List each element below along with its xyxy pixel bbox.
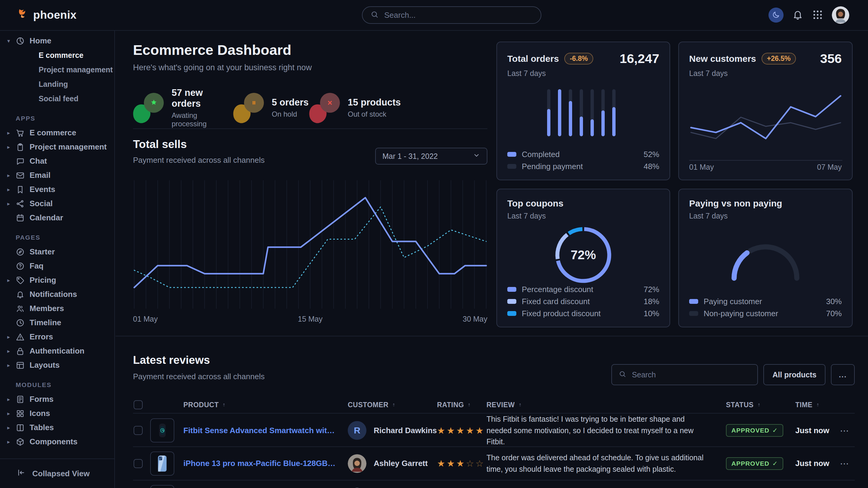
search-icon xyxy=(370,10,379,20)
stat-caption: Awating processing xyxy=(172,111,233,128)
sidebar-section-label: PAGES xyxy=(16,234,114,241)
product-thumbnail[interactable] xyxy=(150,418,174,443)
column-header-product[interactable]: PRODUCT xyxy=(183,401,348,409)
total-sells-chart xyxy=(133,178,487,311)
customers-x-labels: 01 May 07 May xyxy=(689,163,842,171)
reviews-search[interactable] xyxy=(611,364,758,385)
column-header-status[interactable]: STATUS xyxy=(726,401,795,409)
customer-name: Ashley Garrett xyxy=(374,459,428,468)
sidebar-item-layouts[interactable]: ▸Layouts xyxy=(0,358,114,372)
row-checkbox[interactable] xyxy=(134,426,143,435)
all-products-button[interactable]: All products xyxy=(763,364,826,385)
sidebar-item-pricing[interactable]: ▸Pricing xyxy=(0,273,114,287)
stat-value: 5 orders xyxy=(272,97,309,108)
customer-cell: Ashley Garrett xyxy=(348,454,437,473)
sidebar-item-timeline[interactable]: Timeline xyxy=(0,316,114,330)
sidebar-item-components[interactable]: ▸Components xyxy=(0,435,114,449)
time-cell: Just now xyxy=(795,459,840,468)
tag-icon xyxy=(16,276,30,285)
clock-icon xyxy=(16,318,30,327)
sidebar-item-authentication[interactable]: ▸Authentication xyxy=(0,344,114,358)
date-range-select[interactable]: Mar 1 - 31, 2022 xyxy=(375,148,487,165)
product-link[interactable]: iPhone 13 pro max-Pacific Blue-128GB sto… xyxy=(183,459,348,468)
more-options-button[interactable]: ... xyxy=(831,364,855,385)
column-header-rating[interactable]: RATING xyxy=(437,401,487,409)
caret-right-icon: ▸ xyxy=(7,410,16,417)
total-sells-subtitle: Payment received across all channels xyxy=(133,156,265,165)
row-menu-button[interactable]: ⋯ xyxy=(840,425,855,436)
sidebar-item-social[interactable]: ▸Social xyxy=(0,197,114,211)
legend-row: Completed52% xyxy=(507,148,659,160)
sidebar-item-home[interactable]: ▾Home xyxy=(0,34,114,48)
sidebar-item-members[interactable]: Members xyxy=(0,301,114,316)
card-legend: Paying customer30%Non-paying customer70% xyxy=(689,295,842,320)
legend-label: Pending payment xyxy=(522,162,583,171)
clipboard-icon xyxy=(16,142,30,152)
sidebar-item-chat[interactable]: Chat xyxy=(0,154,114,168)
global-search[interactable] xyxy=(362,6,541,24)
sidebar-item-forms[interactable]: ▸Forms xyxy=(0,392,114,406)
sidebar-item-notifications[interactable]: Notifications xyxy=(0,287,114,301)
sidebar-item-label: Members xyxy=(30,304,64,313)
avatar: R xyxy=(348,421,367,440)
user-avatar[interactable] xyxy=(832,6,849,24)
sidebar-item-tables[interactable]: ▸Tables xyxy=(0,421,114,435)
sidebar-item-label: Faq xyxy=(30,261,43,271)
sidebar-item-label: Chat xyxy=(30,157,47,166)
theme-toggle-button[interactable] xyxy=(769,7,783,23)
sidebar-nav: ▾HomeE commerceProject managementLanding… xyxy=(0,31,114,458)
sidebar-item-project-management[interactable]: ▸Project management xyxy=(0,140,114,154)
global-search-input[interactable] xyxy=(384,10,533,20)
compass-icon xyxy=(16,248,30,257)
sidebar-item-icons[interactable]: ▸Icons xyxy=(0,406,114,421)
legend-value: 70% xyxy=(826,309,842,318)
coupons-donut-chart: 72% xyxy=(551,223,615,287)
sidebar-item-faq[interactable]: Faq xyxy=(0,259,114,273)
product-thumbnail[interactable] xyxy=(150,485,174,488)
stat-icon-pause xyxy=(233,93,264,123)
dashboard-left-column: Ecommerce Dashboard Here's what's going … xyxy=(133,42,487,336)
column-header-customer[interactable]: CUSTOMER xyxy=(348,401,437,409)
column-header-review[interactable]: REVIEW xyxy=(487,401,726,409)
status-badge: APPROVED ✓ xyxy=(726,424,783,437)
sidebar-item-starter[interactable]: Starter xyxy=(0,245,114,259)
sidebar-item-label: Starter xyxy=(30,247,55,257)
sidebar-item-events[interactable]: ▸Events xyxy=(0,182,114,197)
product-thumbnail[interactable] xyxy=(150,452,174,476)
select-all-checkbox[interactable] xyxy=(134,400,143,409)
notifications-button[interactable] xyxy=(792,9,803,22)
column-header-time[interactable]: TIME xyxy=(795,401,840,409)
stat-icon-star xyxy=(133,93,164,123)
file-icon xyxy=(16,395,30,404)
sidebar-item-calendar[interactable]: Calendar xyxy=(0,211,114,225)
latest-reviews-section: Latest reviews Payment received across a… xyxy=(133,354,855,381)
sidebar-subitem-landing[interactable]: Landing xyxy=(0,77,114,91)
legend-value: 48% xyxy=(644,162,659,171)
sidebar-item-label: Social xyxy=(30,199,53,208)
trend-badge: -6.8% xyxy=(564,53,593,65)
sidebar-item-e-commerce[interactable]: ▸E commerce xyxy=(0,126,114,140)
sidebar-item-label: Authentication xyxy=(30,346,85,356)
product-link[interactable]: Fitbit Sense Advanced Smartwatch with To… xyxy=(183,426,348,435)
rating-stars: ★★★★★ xyxy=(437,425,487,436)
sidebar-subitem-social-feed[interactable]: Social feed xyxy=(0,91,114,106)
sidebar-item-errors[interactable]: ▸Errors xyxy=(0,330,114,344)
row-checkbox[interactable] xyxy=(134,459,143,468)
sidebar-item-email[interactable]: ▸Email xyxy=(0,168,114,182)
x-label: 07 May xyxy=(817,163,842,171)
grid-icon xyxy=(16,409,30,418)
reviews-search-input[interactable] xyxy=(631,370,751,380)
time-cell: Just now xyxy=(795,426,840,435)
sidebar-subitem-e-commerce[interactable]: E commerce xyxy=(0,48,114,62)
sidebar-subitem-project-management[interactable]: Project management xyxy=(0,62,114,77)
row-menu-button[interactable]: ⋯ xyxy=(840,458,855,469)
card-period: Last 7 days xyxy=(689,212,842,220)
card-period: Last 7 days xyxy=(689,69,842,78)
legend-value: 72% xyxy=(644,285,659,294)
brand-name: phoenix xyxy=(33,9,76,22)
brand-logo[interactable]: phoenix xyxy=(16,0,76,30)
sidebar-item-label: Errors xyxy=(30,332,53,341)
apps-grid-button[interactable] xyxy=(812,9,824,22)
collapse-sidebar-button[interactable]: Collapsed View xyxy=(0,458,114,488)
legend-row: Pending payment48% xyxy=(507,160,659,172)
